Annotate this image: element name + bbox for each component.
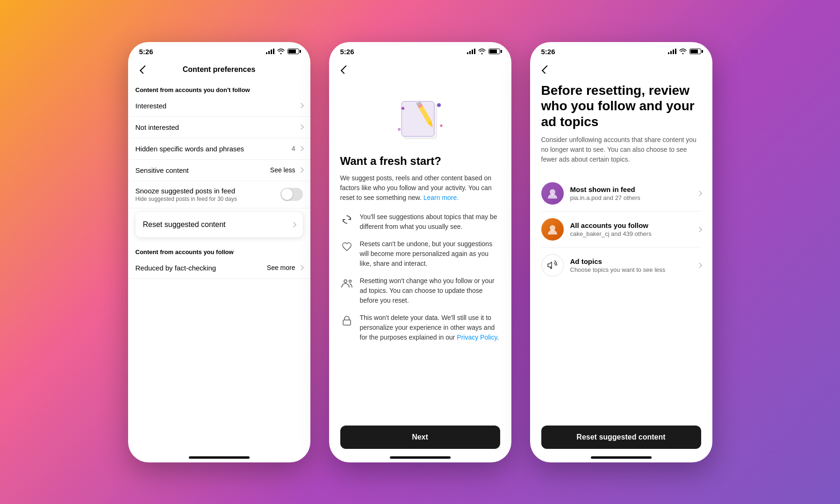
status-icons-1 [266,49,299,54]
section-header-2: Content from accounts you follow [128,245,310,257]
svg-point-9 [440,124,442,127]
screen2-content: Want a fresh start? We suggest posts, re… [329,83,511,456]
reset-suggested-content-card[interactable]: Reset suggested content [136,212,303,237]
all-accounts-item[interactable]: All accounts you follow cake_baker_cj an… [541,212,701,248]
people-icon [340,277,353,290]
status-bar-3: 5:26 [530,42,712,58]
chevron-right-icon-4 [298,167,303,172]
nav-header-1: Content preferences [128,58,310,83]
fresh-start-desc: We suggest posts, reels and other conten… [340,173,500,203]
svg-point-10 [398,128,401,131]
not-interested-item[interactable]: Not interested [128,117,310,138]
svg-point-11 [344,280,347,283]
refresh-icon [340,213,353,226]
reset-suggested-content-button[interactable]: Reset suggested content [541,426,701,449]
ad-topics-icon-circle [541,254,564,277]
screen1-content: Content from accounts you don't follow I… [128,83,310,456]
nav-header-2 [329,58,511,83]
lock-icon [340,314,353,327]
svg-point-7 [402,107,404,110]
battery-icon-2 [488,49,500,54]
back-button-1[interactable] [136,62,151,77]
phone-1: 5:26 Content preferences Conten [128,42,310,462]
wifi-icon-1 [277,49,285,54]
most-shown-feed-item[interactable]: Most shown in feed pia.in.a.pod and 27 o… [541,176,701,212]
sensitive-content-item[interactable]: Sensitive content See less [128,160,310,181]
back-button-3[interactable] [538,62,553,77]
home-indicator-2 [390,456,451,459]
svg-rect-13 [343,320,351,325]
bottom-btn-area-2: Next [340,420,500,456]
privacy-policy-link[interactable]: Privacy Policy [457,334,497,341]
nav-header-3 [530,58,712,83]
chevron-right-icon-9 [696,263,702,268]
avatar-most-shown [541,182,564,205]
snooze-item: Snooze suggested posts in feed Hide sugg… [128,181,310,208]
signal-icon-3 [668,49,676,54]
ad-topics-item[interactable]: Ad topics Choose topics you want to see … [541,248,701,283]
heart-icon [340,240,353,253]
info-item-2: Resets can't be undone, but your suggest… [340,239,500,269]
learn-more-link[interactable]: Learn more. [424,194,459,201]
next-button[interactable]: Next [340,426,500,449]
account-list: Most shown in feed pia.in.a.pod and 27 o… [541,176,701,419]
svg-point-8 [437,103,441,107]
status-time-2: 5:26 [340,48,354,56]
review-title: Before resetting, review who you follow … [541,83,701,130]
chevron-right-icon-7 [696,191,702,196]
reduced-fact-checking-item[interactable]: Reduced by fact-checking See more [128,257,310,279]
section-header-1: Content from accounts you don't follow [128,83,310,95]
wifi-icon-2 [478,49,486,54]
fresh-start-title: Want a fresh start? [340,155,500,168]
wifi-icon-3 [679,49,687,54]
phone-3: 5:26 Before resetting, review who you fo… [530,42,712,462]
info-item-4: This won't delete your data. We'll still… [340,313,500,342]
fresh-start-illustration [340,92,500,143]
battery-icon-1 [287,49,299,54]
screen3-content: Before resetting, review who you follow … [530,83,712,456]
chevron-right-icon-6 [298,265,303,270]
status-bar-2: 5:26 [329,42,511,58]
status-time-1: 5:26 [139,48,153,56]
avatar-all-accounts [541,218,564,241]
home-indicator-3 [591,456,652,459]
hidden-words-item[interactable]: Hidden specific words and phrases 4 [128,138,310,160]
toggle-knob [281,189,293,200]
battery-icon-3 [689,49,701,54]
info-item-3: Resetting won't change who you follow or… [340,276,500,305]
status-icons-2 [467,49,500,54]
chevron-right-icon-8 [696,227,702,232]
signal-icon-2 [467,49,475,54]
page-title-1: Content preferences [183,65,256,74]
illustration-svg [390,92,451,143]
info-list: You'll see suggestions about topics that… [340,212,500,419]
chevron-right-icon-2 [298,124,303,129]
status-time-3: 5:26 [541,48,555,56]
chevron-right-icon [298,103,303,108]
back-button-2[interactable] [337,62,352,77]
home-indicator-1 [189,456,250,459]
snooze-toggle[interactable] [280,188,303,201]
megaphone-icon [546,259,559,271]
review-desc: Consider unfollowing accounts that share… [541,135,701,164]
svg-point-12 [349,280,351,283]
chevron-right-icon-3 [298,146,303,151]
status-icons-3 [668,49,701,54]
bottom-btn-area-3: Reset suggested content [541,420,701,456]
info-item-1: You'll see suggestions about topics that… [340,212,500,232]
status-bar-1: 5:26 [128,42,310,58]
signal-icon-1 [266,49,274,54]
chevron-right-icon-5 [291,222,296,227]
interested-item[interactable]: Interested [128,95,310,117]
phone-2: 5:26 [329,42,511,462]
